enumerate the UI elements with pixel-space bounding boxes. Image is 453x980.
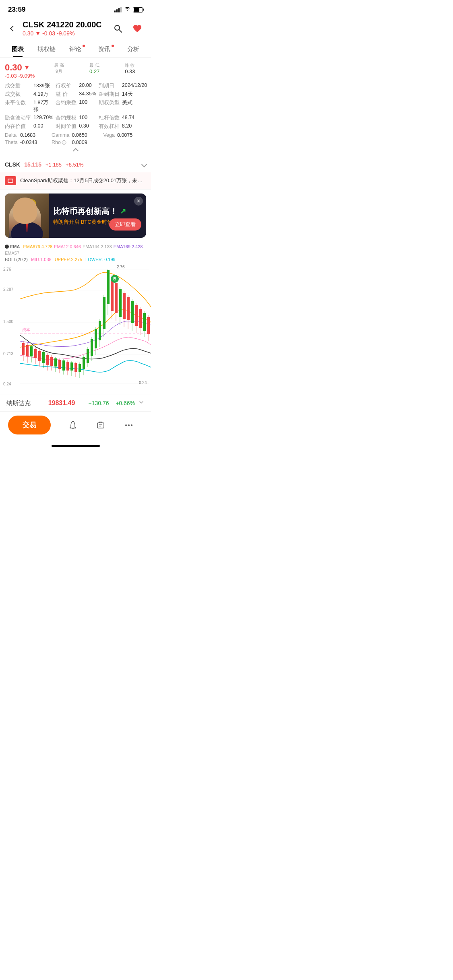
eff-leverage-label: 有效杠杆 xyxy=(99,123,120,130)
contract-mult-value: 100 xyxy=(79,99,96,113)
back-button[interactable] xyxy=(6,22,19,35)
bell-button[interactable] xyxy=(65,417,81,433)
main-price: 0.30 ▼ xyxy=(5,62,35,73)
svg-text:0.24: 0.24 xyxy=(3,382,11,386)
svg-rect-43 xyxy=(58,360,61,369)
svg-text:1.500: 1.500 xyxy=(3,319,13,324)
prev-close-value: 0.33 xyxy=(125,68,135,74)
intrinsic-value: 0.00 xyxy=(33,123,53,130)
svg-rect-35 xyxy=(42,352,45,363)
svg-text:0.713: 0.713 xyxy=(3,352,13,356)
days-label: 距到期日 xyxy=(99,91,120,98)
ad-close-button[interactable]: ✕ xyxy=(134,197,143,206)
battery-icon xyxy=(133,7,143,12)
header-actions xyxy=(111,21,145,36)
index-price: 19831.49 xyxy=(39,399,85,407)
vega-value: 0.0075 xyxy=(117,132,146,138)
price-change-pct: -9.09% xyxy=(57,30,74,37)
gamma-label: Gamma xyxy=(52,132,69,138)
svg-rect-33 xyxy=(38,351,41,361)
svg-point-0 xyxy=(115,25,120,30)
theta-value: -0.0343 xyxy=(20,140,49,145)
share-button[interactable] xyxy=(93,417,109,433)
ema57-label: EMA57 xyxy=(5,251,19,255)
option-type-label: 期权类型 xyxy=(99,99,120,113)
tab-comment[interactable]: 评论 xyxy=(61,41,90,57)
svg-rect-27 xyxy=(26,345,29,356)
svg-rect-79 xyxy=(127,297,130,320)
svg-rect-6 xyxy=(25,218,29,221)
oi-label: 未平仓数 xyxy=(5,99,31,113)
ad-title: 比特币再创新高！ ↗ xyxy=(53,206,142,217)
svg-rect-81 xyxy=(131,301,134,323)
price-arrow: ▼ xyxy=(35,30,41,37)
svg-rect-67 xyxy=(107,270,110,304)
eff-leverage-value: 8.20 xyxy=(122,123,147,130)
index-change2: +0.66% xyxy=(113,400,135,406)
turnover-value: 4.19万 xyxy=(33,91,53,98)
wifi-icon xyxy=(124,6,130,13)
tab-chain[interactable]: 期权链 xyxy=(32,41,61,57)
trade-button[interactable]: 交易 xyxy=(8,416,51,434)
search-button[interactable] xyxy=(111,21,125,36)
svg-line-1 xyxy=(119,30,122,32)
option-title: CLSK 241220 20.00C xyxy=(23,20,111,29)
delta-label: Delta xyxy=(5,132,18,138)
tab-chart[interactable]: 图表 xyxy=(3,41,32,57)
svg-rect-25 xyxy=(22,343,25,355)
gamma-value: 0.0650 xyxy=(72,132,101,138)
intrinsic-label: 内在价值 xyxy=(5,123,31,130)
svg-rect-41 xyxy=(54,358,57,366)
leverage-label: 杠杆倍数 xyxy=(99,115,120,121)
contract-size-value: 100 xyxy=(79,115,96,121)
iv-value: 129.70% xyxy=(33,115,53,121)
svg-rect-57 xyxy=(87,349,89,363)
favorite-button[interactable] xyxy=(130,21,145,36)
iv-label: 隐含波动率 xyxy=(5,115,31,121)
news-text: CleanSpark期权聚焦：12月5日成交20.01万张，未平仓合约1... xyxy=(20,177,146,184)
svg-rect-9 xyxy=(18,202,36,206)
ad-cta-button[interactable]: 立即查看 xyxy=(109,218,141,231)
ad-banner[interactable]: 比特币再创新高！ ↗ 特朗普开启 BTC黄金时代 立即查看 ✕ xyxy=(5,194,146,238)
more-button[interactable] xyxy=(121,417,137,433)
svg-rect-71 xyxy=(115,283,118,313)
svg-point-11 xyxy=(29,208,31,211)
vega-label: Vega xyxy=(103,132,115,138)
svg-rect-65 xyxy=(103,297,105,329)
svg-rect-89 xyxy=(147,317,150,334)
premium-value: 34.35% xyxy=(79,91,96,98)
collapse-button[interactable] xyxy=(5,146,146,155)
svg-point-10 xyxy=(23,208,25,211)
ticker-change2: +8.51% xyxy=(66,162,83,168)
low-value: 0.27 xyxy=(89,68,99,74)
svg-point-98 xyxy=(131,424,132,426)
svg-text:2.287: 2.287 xyxy=(3,287,13,292)
prev-close-label: 昨 收 xyxy=(125,62,135,68)
svg-rect-29 xyxy=(30,346,33,356)
svg-text:i: i xyxy=(64,141,64,144)
high-sublabel: 9月 xyxy=(56,68,62,74)
tab-bar: 图表 期权链 评论 资讯 分析 xyxy=(0,41,151,58)
tab-news[interactable]: 资讯 xyxy=(90,41,119,57)
svg-rect-53 xyxy=(79,364,81,372)
leverage-value: 48.74 xyxy=(122,115,147,121)
index-expand-button[interactable] xyxy=(138,399,145,407)
tab-analysis[interactable]: 分析 xyxy=(119,41,148,57)
svg-rect-51 xyxy=(74,363,77,372)
price-chart[interactable]: 2.76 2.287 1.500 0.713 0.24 成本 xyxy=(0,263,151,391)
expiry-label: 到期日 xyxy=(99,82,120,89)
svg-text:B: B xyxy=(113,276,116,281)
price-change-row: -0.03 -9.09% xyxy=(5,73,35,79)
price-section: 0.30 ▼ -0.03 -9.09% 最 高 9月 最 低 0.27 昨 收 … xyxy=(0,58,151,157)
current-price: 0.30 xyxy=(23,30,33,37)
ticker-expand-button[interactable] xyxy=(142,163,146,167)
news-banner[interactable]: CleanSpark期权聚焦：12月5日成交20.01万张，未平仓合约1... xyxy=(0,172,151,189)
volume-label: 成交量 xyxy=(5,82,31,89)
svg-rect-83 xyxy=(135,305,138,326)
ad-arrow-icon: ↗ xyxy=(120,207,126,216)
bottom-toolbar: 交易 xyxy=(0,411,151,443)
chart-container: EMA EMA676:4.728 EMA12:0.646 EMA144:2.13… xyxy=(0,242,151,395)
svg-text:2.76: 2.76 xyxy=(117,265,125,269)
svg-text:0.24: 0.24 xyxy=(139,381,147,385)
svg-rect-47 xyxy=(66,362,69,371)
